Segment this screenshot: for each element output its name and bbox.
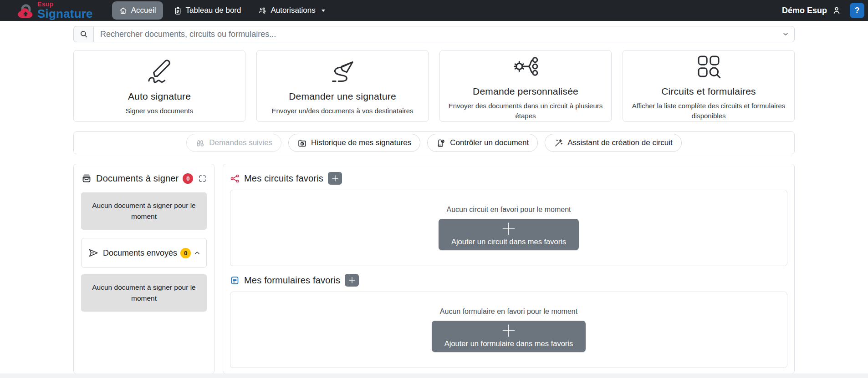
tab-accueil[interactable]: Accueil: [112, 1, 163, 20]
magic-wand-icon: [554, 138, 563, 148]
inbox-tray-icon: [81, 173, 92, 184]
card-title: Auto signature: [128, 91, 191, 102]
binoculars-icon: [195, 138, 205, 148]
button-label: Demandes suivies: [209, 138, 272, 147]
plus-icon: [348, 277, 356, 284]
quick-actions-bar: Demandes suivies Historique de mes signa…: [73, 131, 795, 154]
person-icon[interactable]: [832, 5, 842, 15]
tab-label: Autorisations: [271, 6, 315, 15]
button-label: Ajouter un formulaire dans mes favoris: [444, 339, 573, 348]
network-nodes-icon: [230, 174, 240, 183]
plus-icon: [501, 323, 516, 338]
search-bar: [73, 26, 795, 42]
to-sign-count-badge: 0: [183, 173, 193, 184]
caret-down-icon: [321, 9, 326, 12]
plus-icon: [501, 221, 516, 237]
brand-logo[interactable]: Esup Signature: [16, 1, 93, 20]
gear-workflow-icon: [511, 51, 541, 81]
ajouter-formulaire-favoris-button[interactable]: Ajouter un formulaire dans mes favoris: [432, 321, 586, 352]
brand-esup: Esup: [37, 1, 93, 7]
card-subtitle: Afficher la liste complète des circuits …: [631, 101, 786, 121]
panel-title: Documents à signer: [96, 173, 179, 184]
tab-autorisations[interactable]: Autorisations: [251, 1, 332, 20]
brand-signature: Signature: [37, 8, 93, 20]
footer-strip: [0, 373, 868, 378]
empty-message: Aucun circuit en favori pour le moment: [446, 206, 571, 214]
clipboard-icon: [174, 6, 182, 15]
add-formulaire-favori-button[interactable]: [345, 274, 359, 287]
controler-document-button[interactable]: Contrôler un document: [427, 134, 538, 152]
tab-tableau-de-bord[interactable]: Tableau de bord: [167, 1, 248, 20]
home-icon: [119, 6, 128, 15]
card-title: Demande personnalisée: [473, 86, 578, 97]
navbar: Esup Signature Accueil Tableau de bord: [0, 0, 868, 21]
expand-icon[interactable]: [198, 174, 207, 183]
section-title: Mes formulaires favoris: [244, 275, 340, 286]
card-demande-personnalisee[interactable]: Demande personnalisée Envoyer des docume…: [439, 50, 612, 122]
button-label: Historique de mes signatures: [311, 138, 411, 147]
grid-search-icon: [694, 51, 724, 81]
button-label: Contrôler un document: [450, 138, 529, 147]
empty-message: Aucun formulaire en favori pour le momen…: [440, 307, 577, 316]
plus-icon: [332, 175, 339, 182]
assistant-creation-circuit-button[interactable]: Assistant de création de circuit: [545, 134, 682, 152]
help-button[interactable]: ?: [850, 3, 864, 18]
action-cards-row: Auto signature Signer vos documents Dema…: [73, 50, 795, 122]
button-label: Ajouter un circuit dans mes favoris: [451, 237, 566, 246]
document-check-icon: [436, 138, 446, 148]
documents-envoyes-toggle[interactable]: Documents envoyés 0: [81, 238, 207, 268]
documents-panel: Documents à signer 0 Aucun document à si…: [73, 164, 214, 374]
button-label: Assistant de création de circuit: [567, 138, 673, 147]
formulaires-favoris-box: Aucun formulaire en favori pour le momen…: [230, 292, 787, 368]
search-input[interactable]: [93, 26, 795, 42]
form-lines-icon: [230, 276, 240, 285]
signature-pen-icon: [144, 56, 174, 86]
section-title: Mes circuits favoris: [244, 173, 323, 184]
documents-a-signer-header: Documents à signer 0: [81, 171, 207, 186]
card-subtitle: Envoyer des documents dans un circuit à …: [448, 101, 603, 121]
main-content: Auto signature Signer vos documents Dema…: [73, 26, 795, 374]
navbar-right: Démo Esup ?: [782, 3, 864, 18]
lock-cloud-logo-icon: [16, 1, 36, 20]
ajouter-circuit-favoris-button[interactable]: Ajouter un circuit dans mes favoris: [439, 219, 579, 250]
add-circuit-favori-button[interactable]: [328, 172, 342, 185]
formulaires-favoris-section: Mes formulaires favoris Aucun formulaire…: [230, 272, 787, 368]
circuits-favoris-section: Mes circuits favoris Aucun circuit en fa…: [230, 171, 787, 266]
card-circuits-formulaires[interactable]: Circuits et formulaires Afficher la list…: [623, 50, 795, 122]
card-subtitle: Signer vos documents: [126, 106, 193, 116]
nav-tabs: Accueil Tableau de bord Autorisations: [112, 0, 332, 21]
card-demander-signature[interactable]: Demander une signature Envoyer un/des do…: [256, 50, 429, 122]
historique-signatures-button[interactable]: Historique de mes signatures: [288, 134, 420, 152]
card-subtitle: Envoyer un/des documents à vos destinata…: [271, 106, 413, 116]
tab-label: Accueil: [131, 6, 156, 15]
circuits-favoris-box: Aucun circuit en favori pour le moment A…: [230, 190, 787, 266]
favorites-panel: Mes circuits favoris Aucun circuit en fa…: [223, 164, 795, 374]
to-sign-empty-message: Aucun document à signer pour le moment: [81, 192, 207, 230]
search-icon: [73, 26, 93, 42]
sent-count-badge: 0: [180, 248, 191, 258]
card-title: Demander une signature: [289, 91, 396, 102]
main-row: Documents à signer 0 Aucun document à si…: [73, 164, 795, 374]
panel-title: Documents envoyés: [100, 247, 180, 258]
user-name[interactable]: Démo Esup: [782, 6, 827, 15]
chevron-up-icon: [194, 249, 201, 257]
users-gear-icon: [258, 6, 267, 15]
card-title: Circuits et formulaires: [661, 86, 756, 97]
card-auto-signature[interactable]: Auto signature Signer vos documents: [73, 50, 245, 122]
tab-label: Tableau de bord: [186, 6, 241, 15]
sent-empty-message: Aucun document à signer pour le moment: [81, 274, 207, 312]
send-route-icon: [327, 56, 357, 86]
demandes-suivies-button[interactable]: Demandes suivies: [186, 134, 281, 152]
paper-plane-icon: [87, 247, 100, 259]
folder-clock-icon: [297, 138, 307, 148]
